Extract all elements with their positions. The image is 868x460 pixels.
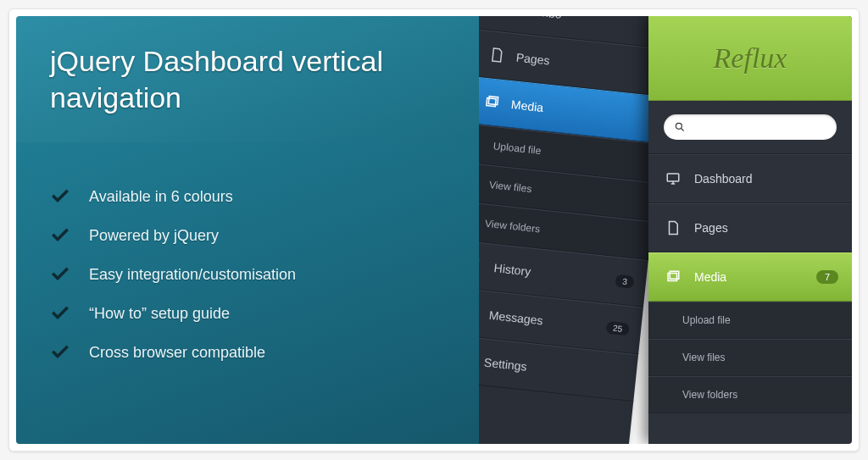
nav-subitem-viewfiles[interactable]: View files [648,339,852,376]
count-badge: 25 [605,321,630,336]
check-icon [50,186,70,207]
mockup-panel: Dashbo Pages Media Upload file View file… [479,16,852,444]
nav-subitem-upload[interactable]: Upload file [648,302,852,339]
feature-item: Powered by jQuery [50,225,499,246]
nav-label: Pages [515,50,550,67]
photos-icon [665,269,681,285]
feature-item: Easy integration/customisation [50,264,499,285]
feature-item: Available in 6 colours [50,186,499,207]
left-banner: jQuery Dashboard vertical navigation Ava… [16,16,533,444]
nav-label: Media [694,270,726,284]
search-icon [674,121,686,133]
nav-label: Dashbo [520,16,563,21]
document-icon [665,220,681,236]
green-nav-preview: Reflux Dashboard Pages Media 7 Upl [648,16,852,444]
feature-label: Easy integration/customisation [89,266,296,284]
feature-item: Cross browser compatible [50,342,499,363]
dark-nav-preview: Dashbo Pages Media Upload file View file… [479,16,676,444]
photos-icon [483,94,500,111]
nav-label: View files [488,179,532,195]
nav-label: Messages [488,308,543,328]
nav-label: History [493,261,531,278]
feature-label: Available in 6 colours [89,188,233,206]
feature-item: “How to” setup guide [50,303,499,324]
svg-rect-1 [487,98,496,107]
nav-label: Dashboard [694,172,753,186]
svg-rect-5 [667,174,679,181]
brand-name: Reflux [714,42,787,75]
nav-item-pages[interactable]: Pages [648,203,852,252]
svg-point-4 [676,123,682,129]
check-icon [50,303,70,324]
check-icon [50,264,70,285]
feature-label: Powered by jQuery [89,227,219,245]
count-badge: 7 [816,270,838,284]
feature-label: Cross browser compatible [89,344,265,362]
nav-label: View folders [682,389,737,401]
nav-label: View folders [485,218,541,236]
check-icon [50,225,70,246]
promo-image: jQuery Dashboard vertical navigation Ava… [16,16,852,444]
nav-label: Settings [483,356,527,374]
nav-label: Upload file [682,314,731,326]
banner-header: jQuery Dashboard vertical navigation [16,16,533,142]
brand-header: Reflux [648,16,852,101]
nav-label: View files [682,352,725,363]
search-input[interactable] [664,114,837,140]
count-badge: 3 [615,274,635,289]
feature-label: “How to” setup guide [89,305,230,323]
monitor-icon [665,171,681,186]
svg-rect-2 [488,97,498,105]
features-list: Available in 6 colours Powered by jQuery… [16,142,533,444]
nav-label: Pages [694,221,728,235]
pages-icon [479,258,483,274]
nav-label: Media [510,97,544,114]
banner-title: jQuery Dashboard vertical navigation [50,43,499,115]
document-icon [488,47,505,64]
nav-item-media[interactable]: Media 7 [648,252,852,302]
nav-label: Upload file [492,140,542,157]
search-row [648,101,852,154]
nav-subitem-viewfolders[interactable]: View folders [648,376,852,413]
nav-item-dashboard[interactable]: Dashboard [648,154,852,203]
check-icon [50,342,70,363]
promo-frame: jQuery Dashboard vertical navigation Ava… [8,8,860,452]
